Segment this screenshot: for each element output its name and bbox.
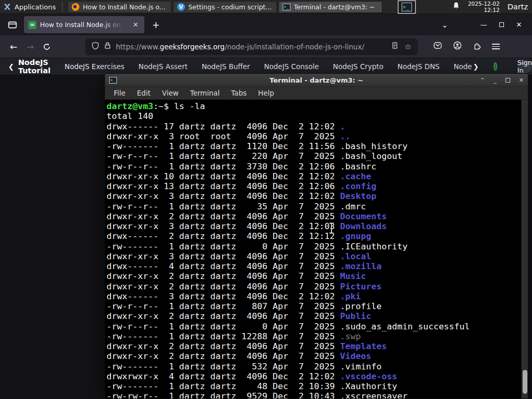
tab-title: How to Install Node.js on [40,21,127,29]
nav-link-label: NodeJS Tutorial [18,58,50,75]
url-bar[interactable]: https://www.geeksforgeeks.org/node-js/in… [85,38,418,55]
shield-icon[interactable] [91,42,99,52]
terminal-line: -rw-r--r-- 1 dartz dartz 220 Apr 7 2025 … [107,151,521,161]
new-tab-button[interactable]: + [148,17,164,33]
pocket-icon[interactable] [433,41,442,52]
shade-button[interactable]: ⌃ [480,77,485,84]
active-tab[interactable]: ∞ How to Install Node.js on ✕ [24,16,144,33]
panel-status-area: 2025-12-02 12:12 Dartz [452,1,532,13]
tab-bar: ∞ How to Install Node.js on ✕ + ⌄ — ✕ [0,14,532,35]
window-minimize-button[interactable]: — [475,17,493,33]
nav-item-next[interactable]: Node ❯ [454,62,478,71]
tray-terminal-icon[interactable]: >_ [398,1,416,14]
reload-button[interactable] [38,38,55,55]
terminal-line: total 140 [107,111,521,121]
menu-icon[interactable] [492,44,500,49]
terminal-line: drwxr-xr-x 2 dartz dartz 4096 Apr 7 2025… [107,311,521,321]
bookmark-star-icon[interactable]: ☆ [405,42,411,51]
window-maximize-button[interactable] [493,17,510,33]
search-icon[interactable] [494,62,497,71]
panel-clock[interactable]: 2025-12-02 12:12 [468,1,500,13]
scrollbar-thumb[interactable] [523,370,527,394]
notification-bell-icon[interactable] [452,2,460,12]
terminal-line: -rw-r--r-- 1 dartz dartz 3730 Dec 2 12:0… [107,162,521,171]
nav-item-console[interactable]: NodeJS Console [264,62,319,71]
terminal-titlebar[interactable]: >_ Terminal - dartz@vm3: ~ ⌃ _ ✕ [105,74,528,87]
terminal-body[interactable]: dartz@vm3:~$ ls -latotal 140drwx------ 1… [105,100,528,398]
menu-edit[interactable]: Edit [132,88,155,98]
terminal-line: -rw-r--r-- 1 dartz dartz 807 Apr 7 2025 … [107,301,521,311]
back-button[interactable]: ← [5,38,22,55]
terminal-line: drwx------ 3 dartz dartz 4096 Dec 2 12:0… [107,291,521,301]
menu-file[interactable]: File [109,88,130,98]
list-all-tabs-button[interactable]: ⌄ [436,17,453,33]
sign-in-button[interactable]: Sign In [517,60,532,73]
terminal-icon: >_ [282,3,290,11]
firefox-view-button[interactable] [4,17,21,33]
terminal-window-controls: ⌃ _ ✕ [480,77,524,84]
extensions-icon[interactable] [473,42,481,52]
terminal-line: drwxr-xr-x 3 dartz dartz 4096 Apr 7 2025… [107,251,521,261]
applications-menu-button[interactable]: Applications [0,0,60,14]
maximize-button[interactable] [506,78,510,83]
url-prefix: https://www. [116,43,160,51]
terminal-line: -rw------- 1 dartz dartz 12288 Apr 7 202… [107,331,521,341]
nav-item-assert[interactable]: NodeJS Assert [139,62,188,71]
firefox-icon [71,3,79,11]
panel-user-label[interactable]: Dartz [508,3,528,11]
terminal-line: drwxr-xr-x 2 dartz dartz 4096 Apr 7 2025… [107,282,521,291]
terminal-line: -rw------- 1 dartz dartz 532 Apr 7 2025 … [107,362,521,371]
window-close-button[interactable]: ✕ [510,17,528,33]
terminal-line: drwxr-xr-x 10 dartz dartz 4096 Dec 2 12:… [107,171,521,181]
nav-item-crypto[interactable]: NodeJS Crypto [333,62,383,71]
terminal-line: -rw-r--r-- 1 dartz dartz 0 Apr 7 2025 .s… [107,322,521,331]
tab-close-icon[interactable]: ✕ [131,20,140,30]
forward-button[interactable]: → [22,38,38,55]
terminal-line: drwx------ 17 dartz dartz 4096 Dec 2 12:… [107,122,521,131]
menu-tabs[interactable]: Tabs [227,88,251,98]
nav-item-exercises[interactable]: NodeJS Exercises [64,62,124,71]
minimize-button[interactable]: _ [494,77,497,84]
taskbar-button-label: Settings - codium script... [188,3,271,11]
taskbar-button-terminal[interactable]: >_ Terminal - dartz@vm3: ~ [278,1,382,13]
terminal-scrollbar[interactable] [521,100,528,398]
nav-item-dns[interactable]: NodeJS DNS [397,62,440,71]
menu-terminal[interactable]: Terminal [185,88,224,98]
menu-view[interactable]: View [157,88,183,98]
chevron-right-icon[interactable]: ❯ [473,63,478,71]
applications-icon [3,3,11,11]
taskbar-button-codium[interactable]: V Settings - codium script... [173,1,277,13]
terminal-line: drwxr-xr-x 13 dartz dartz 4096 Dec 2 12:… [107,181,521,191]
codium-icon: V [177,3,185,11]
terminal-line: drwxr-xr-x 3 root root 4096 Apr 7 2025 .… [107,131,521,141]
reader-view-icon[interactable] [391,42,398,51]
terminal-window: >_ Terminal - dartz@vm3: ~ ⌃ _ ✕ File Ed… [104,73,528,399]
terminal-menubar: File Edit View Terminal Tabs Help [105,87,528,100]
panel-separator [62,2,66,11]
lock-icon[interactable] [104,42,111,51]
terminal-icon: >_ [109,77,117,84]
terminal-line: dartz@vm3:~$ ls -la [107,101,521,111]
applications-label: Applications [15,3,56,11]
nav-item-buffer[interactable]: NodeJS Buffer [202,62,250,71]
terminal-title: Terminal - dartz@vm3: ~ [105,76,528,84]
taskbar-button-firefox[interactable]: How to Install Node.js o... [68,1,171,13]
nav-item-tutorial[interactable]: ❮ NodeJS Tutorial [8,58,50,75]
terminal-line: drwxrwxr-x 4 dartz dartz 4096 Dec 2 12:0… [107,371,521,381]
terminal-line: drwxr-xr-x 2 dartz dartz 4096 Apr 7 2025… [107,211,521,221]
close-button[interactable]: ✕ [519,77,524,84]
menu-help[interactable]: Help [254,88,279,98]
taskbar-button-label: Terminal - dartz@vm3: ~ [294,3,375,11]
navigation-toolbar: ← → https://www.geeksforgeeks.org/node-j… [0,35,532,58]
terminal-line: drwx------ 4 dartz dartz 4096 Apr 7 2025… [107,261,521,271]
top-panel: Applications How to Install Node.js o...… [0,0,532,14]
clock-date: 2025-12-02 [468,1,500,7]
account-icon[interactable] [453,41,462,52]
terminal-line: -rw------- 1 dartz dartz 1120 Dec 2 11:5… [107,141,521,151]
text-cursor-pointer [328,222,335,236]
terminal-output: dartz@vm3:~$ ls -latotal 140drwx------ 1… [107,101,521,398]
terminal-line: drwxr-xr-x 2 dartz dartz 4096 Apr 7 2025… [107,271,521,281]
terminal-line: -rw------- 1 dartz dartz 0 Apr 7 2025 .I… [107,242,521,251]
geeksforgeeks-favicon: ∞ [28,21,36,29]
chevron-left-icon[interactable]: ❮ [8,63,14,71]
